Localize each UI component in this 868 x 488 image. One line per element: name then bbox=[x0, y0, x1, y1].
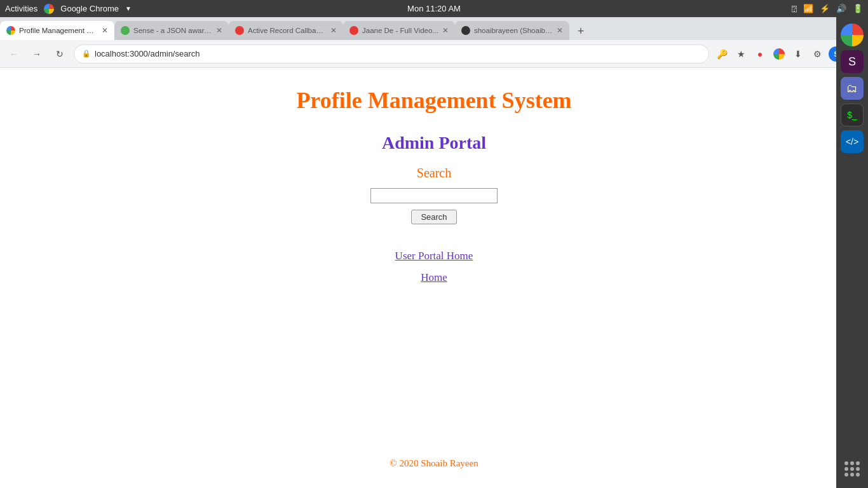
extension-red-icon[interactable]: ● bbox=[752, 46, 768, 62]
activities-label[interactable]: Activities bbox=[5, 4, 37, 13]
os-topbar-left: Activities Google Chrome ▼ bbox=[5, 4, 132, 14]
url-bar[interactable]: 🔒 localhost:3000/admin/search bbox=[74, 44, 709, 64]
accessibility-icon[interactable]: ⍰ bbox=[792, 4, 797, 13]
new-tab-button[interactable]: + bbox=[572, 22, 590, 40]
footer-copyright: © 2020 Shoaib Rayeen bbox=[390, 458, 478, 475]
search-form: Search bbox=[370, 188, 498, 224]
battery-icon[interactable]: 🔋 bbox=[853, 4, 863, 13]
bluetooth-icon[interactable]: ⚡ bbox=[820, 4, 830, 13]
key-icon[interactable]: 🔑 bbox=[714, 46, 729, 62]
tab-label-2: Sense - a JSON aware in bbox=[133, 27, 212, 34]
tab-label-3: Active Record Callbacks bbox=[248, 27, 327, 34]
tab-favicon-2 bbox=[121, 26, 130, 35]
wifi-icon[interactable]: 📶 bbox=[803, 4, 813, 13]
admin-portal-title: Admin Portal bbox=[382, 133, 486, 153]
lock-icon: 🔒 bbox=[82, 50, 91, 58]
chrome-logo-icon bbox=[44, 4, 54, 14]
tab-youtube[interactable]: Jaane De - Full Video... ✕ bbox=[343, 21, 455, 40]
home-link[interactable]: Home bbox=[421, 271, 447, 284]
tab-label-1: Profile Management Sys bbox=[19, 27, 98, 34]
tab-github[interactable]: shoaibrayeen (Shoaib R... ✕ bbox=[455, 21, 569, 40]
tab-active-record[interactable]: Active Record Callbacks ✕ bbox=[229, 21, 343, 40]
tab-sense[interactable]: Sense - a JSON aware in ✕ bbox=[114, 21, 229, 40]
forward-button[interactable]: → bbox=[28, 45, 46, 63]
tab-label-4: Jaane De - Full Video... bbox=[362, 27, 438, 34]
tab-favicon-5 bbox=[461, 26, 470, 35]
tab-close-4[interactable]: ✕ bbox=[442, 26, 449, 35]
tab-close-1[interactable]: ✕ bbox=[102, 26, 108, 35]
tab-close-3[interactable]: ✕ bbox=[330, 26, 337, 35]
url-text: localhost:3000/admin/search bbox=[95, 49, 701, 58]
reload-button[interactable]: ↻ bbox=[51, 45, 69, 63]
search-button[interactable]: Search bbox=[411, 210, 456, 224]
back-button[interactable]: ← bbox=[5, 45, 23, 63]
chrome-sidebar-icon[interactable] bbox=[841, 24, 864, 46]
browser-name-label[interactable]: Google Chrome bbox=[60, 4, 119, 13]
vscode-sidebar-icon[interactable]: </> bbox=[841, 130, 864, 153]
chrome-window: Profile Management Sys ✕ Sense - a JSON … bbox=[0, 17, 868, 488]
user-portal-home-link[interactable]: User Portal Home bbox=[395, 250, 473, 262]
os-time: Mon 11:20 AM bbox=[407, 4, 461, 13]
tab-favicon-1 bbox=[6, 26, 15, 35]
tab-bar: Profile Management Sys ✕ Sense - a JSON … bbox=[0, 17, 868, 40]
os-topbar: Activities Google Chrome ▼ Mon 11:20 AM … bbox=[0, 0, 868, 17]
links-section: User Portal Home Home bbox=[395, 250, 473, 284]
search-heading: Search bbox=[417, 166, 451, 180]
tab-close-5[interactable]: ✕ bbox=[557, 26, 563, 35]
slack-sidebar-icon[interactable]: S bbox=[841, 50, 864, 73]
address-bar: ← → ↻ 🔒 localhost:3000/admin/search 🔑 ★ … bbox=[0, 40, 868, 68]
bookmark-icon[interactable]: ★ bbox=[733, 46, 749, 62]
page-content: Profile Management System Admin Portal S… bbox=[0, 68, 868, 488]
volume-icon[interactable]: 🔊 bbox=[836, 4, 846, 13]
tab-label-5: shoaibrayeen (Shoaib R... bbox=[474, 27, 553, 34]
chrome-ext-icon[interactable] bbox=[771, 46, 787, 62]
tab-close-2[interactable]: ✕ bbox=[216, 26, 222, 35]
ext-icon[interactable]: ⚙ bbox=[810, 46, 825, 62]
page-title: Profile Management System bbox=[296, 87, 571, 114]
terminal-sidebar-icon[interactable]: $_ bbox=[841, 104, 864, 126]
right-sidebar: S 🗂 $_ </> bbox=[836, 17, 868, 488]
dropdown-icon[interactable]: ▼ bbox=[125, 5, 132, 12]
os-topbar-right: ⍰ 📶 ⚡ 🔊 🔋 bbox=[792, 4, 863, 13]
tab-profile-management[interactable]: Profile Management Sys ✕ bbox=[0, 21, 114, 40]
tab-favicon-3 bbox=[235, 26, 244, 35]
tab-favicon-4 bbox=[349, 26, 358, 35]
apps-grid-button[interactable] bbox=[839, 456, 865, 482]
download-icon[interactable]: ⬇ bbox=[790, 46, 806, 62]
search-input[interactable] bbox=[370, 188, 498, 203]
files-sidebar-icon[interactable]: 🗂 bbox=[841, 77, 864, 100]
